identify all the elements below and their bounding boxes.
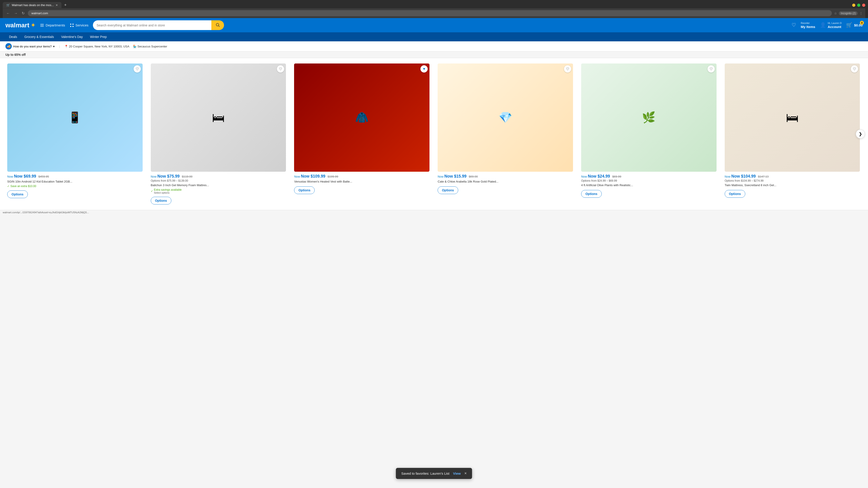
product-thumbnail-4: 💎 xyxy=(438,64,573,172)
price-was-3: $199.99 xyxy=(328,175,338,178)
price-row-4: Now Now $15.99 $69.00 xyxy=(438,174,573,179)
store[interactable]: 🏪 Secaucus Supercenter xyxy=(133,45,167,48)
back-button[interactable]: ← xyxy=(5,10,11,16)
departments-nav[interactable]: Departments xyxy=(40,23,65,28)
delivery-bar: 🚚 How do you want your items? ▾ | 📍 20 C… xyxy=(0,41,868,52)
search-button[interactable] xyxy=(211,20,224,30)
services-label: Services xyxy=(75,23,89,27)
product-name-6: Twin Mattress, Ssecretland 8 inch Gel... xyxy=(725,183,860,187)
select-options-2: Select options xyxy=(154,191,182,194)
reorder-text: Reorder My Items xyxy=(801,22,815,29)
wishlist-button-4[interactable]: ♡ xyxy=(564,65,571,72)
price-now-1: Now Now $69.99 xyxy=(7,174,36,179)
options-button-2[interactable]: Options xyxy=(151,197,171,204)
wishlist-action[interactable]: ♡ xyxy=(792,22,796,28)
address-bar[interactable] xyxy=(28,10,832,16)
tab-title: Walmart has deals on the mos... xyxy=(12,3,54,7)
products-relative: 📱 ♡ Now Now $69.99 $459.95 SGIN 10in And… xyxy=(5,62,863,206)
store-icon: 🏪 xyxy=(133,45,136,48)
sub-nav: Deals Grocery & Essentials Valentine's D… xyxy=(0,32,868,41)
departments-icon xyxy=(40,23,44,28)
product-image-5: 🌿 ♡ xyxy=(581,64,717,172)
product-image-1: 📱 ♡ xyxy=(7,64,143,172)
sub-nav-winter[interactable]: Winter Prep xyxy=(86,34,110,39)
product-thumbnail-5: 🌿 xyxy=(581,64,717,172)
price-range-5: Options from $24.99 – $69.99 xyxy=(581,179,717,182)
bookmark-icon[interactable]: ☆ xyxy=(834,11,837,15)
products-section: 📱 ♡ Now Now $69.99 $459.95 SGIN 10in And… xyxy=(0,58,868,210)
tab-close-btn[interactable]: ✕ xyxy=(56,4,58,7)
incognito-badge: Incognito (2) xyxy=(839,11,858,15)
savings-text-1: Save an extra $10.00 xyxy=(10,185,36,188)
svg-rect-1 xyxy=(40,25,43,26)
location[interactable]: 📍 20 Cooper Square, New York, NY 10003, … xyxy=(64,45,129,48)
chevron-down-icon: ▾ xyxy=(53,45,55,48)
product-thumbnail-2: 🛏 xyxy=(151,64,286,172)
forward-button[interactable]: → xyxy=(13,10,19,16)
price-was-2: $119.00 xyxy=(182,175,192,178)
product-image-2: 🛏 ♡ xyxy=(151,64,286,172)
refresh-button[interactable]: ↻ xyxy=(21,10,26,16)
price-now-6: Now Now $104.99 xyxy=(725,174,756,179)
sub-nav-deals[interactable]: Deals xyxy=(5,34,21,39)
walmart-header: walmart ✦ Departments Services ♡ Reorder… xyxy=(0,18,868,32)
svg-rect-2 xyxy=(40,26,43,27)
extra-savings-2: ✓ Extra savings available Select options xyxy=(151,188,286,194)
price-row-5: Now Now $24.99 $69.99 xyxy=(581,174,717,179)
options-button-4[interactable]: Options xyxy=(438,186,458,194)
price-was-1: $459.95 xyxy=(38,175,49,178)
svg-point-4 xyxy=(72,24,73,25)
cart-action[interactable]: 🛒 0 $0.00 xyxy=(846,22,863,28)
price-value-2: Now $75.99 xyxy=(157,174,180,178)
options-button-1[interactable]: Options xyxy=(7,191,28,198)
window-controls xyxy=(852,4,865,7)
product-card-2: 🛏 ♡ Now Now $75.99 $119.00 Options from … xyxy=(149,62,288,206)
svg-line-8 xyxy=(219,26,220,27)
svg-point-7 xyxy=(216,23,219,26)
price-range-2: Options from $75.99 – $139.00 xyxy=(151,179,286,182)
product-card-4: 💎 ♡ Now Now $15.99 $69.00 Cate & Chloe A… xyxy=(436,62,575,206)
tab-favicon: 🛒 xyxy=(6,3,10,7)
wishlist-button-5[interactable]: ♡ xyxy=(708,65,715,72)
account-action[interactable]: 👤 Hi, Lauren D Account xyxy=(820,22,842,29)
options-button-3[interactable]: Options xyxy=(294,186,315,194)
spark-icon: ✦ xyxy=(31,22,35,29)
search-input[interactable] xyxy=(93,20,211,30)
product-thumbnail-1: 📱 xyxy=(7,64,143,172)
search-bar xyxy=(93,20,224,30)
maximize-button[interactable] xyxy=(857,4,860,7)
minimize-button[interactable] xyxy=(852,4,855,7)
reorder-action[interactable]: Reorder My Items xyxy=(801,22,815,29)
close-button[interactable] xyxy=(862,4,865,7)
product-image-4: 💎 ♡ xyxy=(438,64,573,172)
separator: | xyxy=(59,45,60,48)
price-value-3: Now $109.99 xyxy=(301,174,325,178)
wishlist-button-1[interactable]: ♡ xyxy=(133,65,141,72)
account-text: Hi, Lauren D Account xyxy=(828,22,842,29)
walmart-logo[interactable]: walmart ✦ xyxy=(5,22,35,29)
delivery-icon: 🚚 xyxy=(5,43,12,50)
tab-bar: 🛒 Walmart has deals on the mos... ✕ + xyxy=(3,2,865,8)
price-row-3: Now Now $109.99 $199.99 xyxy=(294,174,430,179)
new-tab-button[interactable]: + xyxy=(62,2,68,8)
active-tab[interactable]: 🛒 Walmart has deals on the mos... ✕ xyxy=(3,2,61,8)
product-image-3: 🧥 ♥ xyxy=(294,64,430,172)
next-arrow-button[interactable]: ❯ xyxy=(856,129,865,138)
price-now-2: Now Now $75.99 xyxy=(151,174,180,179)
header-right: ♡ Reorder My Items 👤 Hi, Lauren D Accoun… xyxy=(792,22,863,29)
options-button-5[interactable]: Options xyxy=(581,190,602,198)
svg-point-3 xyxy=(70,24,71,25)
chevron-right-icon: ❯ xyxy=(859,131,862,136)
sub-nav-valentines[interactable]: Valentine's Day xyxy=(58,34,87,39)
promo-bar: Up to 65% off xyxy=(0,52,868,58)
browser-menu-icon[interactable]: ⋮ xyxy=(860,11,863,15)
services-nav[interactable]: Services xyxy=(70,23,89,28)
cart-icon: 🛒 xyxy=(846,22,852,28)
product-name-2: Balichun 3 Inch Gel Memory Foam Mattres.… xyxy=(151,183,286,187)
wishlist-button-3[interactable]: ♥ xyxy=(421,65,428,72)
options-button-6[interactable]: Options xyxy=(725,190,745,198)
price-range-6: Options from $104.99 – $274.99 xyxy=(725,179,860,182)
sub-nav-grocery[interactable]: Grocery & Essentials xyxy=(21,34,58,39)
delivery-option[interactable]: 🚚 How do you want your items? ▾ xyxy=(5,43,55,50)
product-card-6: 🛏 ♡ Now Now $104.99 $147.13 Options from… xyxy=(723,62,862,206)
